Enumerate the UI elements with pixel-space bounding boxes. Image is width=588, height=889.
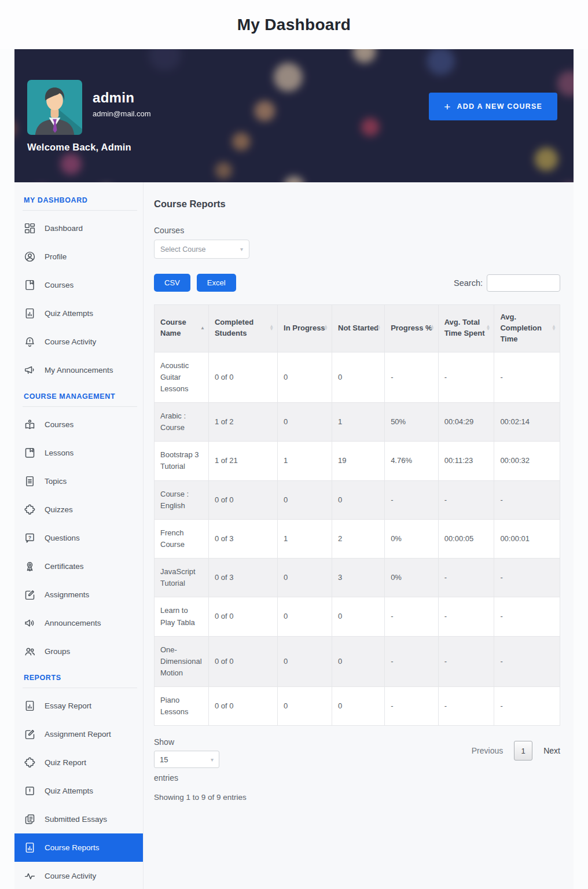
column-header-not-started[interactable]: Not Started▲▼ [332,305,385,352]
column-label: Not Started [338,324,378,332]
column-header-avg-total-time-spent[interactable]: Avg. Total Time Spent▲▼ [438,305,494,352]
column-header-completed-students[interactable]: Completed Students▲▼ [208,305,277,352]
table-row: Course : English0 of 000--- [155,480,560,519]
sidebar-item-submitted-essays[interactable]: Submitted Essays [14,805,143,833]
data-cell: 0 [332,636,385,686]
section-title: Course Reports [154,199,560,210]
data-cell: 1 [332,402,385,441]
user-email: admin@mail.com [93,109,151,118]
sidebar-item-course-activity[interactable]: Course Activity [14,328,143,356]
sidebar-item-label: Questions [45,534,80,542]
add-course-button[interactable]: + ADD A NEW COURSE [429,93,557,120]
table-row: Arabic : Course1 of 20150%00:04:2900:02:… [155,402,560,441]
data-cell: 00:04:29 [438,402,494,441]
csv-export-button[interactable]: CSV [154,274,190,292]
chevron-down-icon: ▾ [211,756,214,763]
column-header-in-progress[interactable]: In Progress▲▼ [278,305,332,352]
book-icon [24,279,36,291]
lesson-book-icon [24,447,36,459]
sidebar-item-essay-report[interactable]: Essay Report [14,692,143,720]
data-cell: 0 of 0 [208,636,277,686]
sidebar-item-assignment-report[interactable]: Assignment Report [14,720,143,748]
puzzle-icon [24,504,36,516]
sidebar-item-label: Course Activity [45,337,96,346]
entries-label: entries [154,773,247,783]
sidebar-item-dashboard[interactable]: Dashboard [14,214,143,243]
sidebar-item-courses[interactable]: Courses [14,410,143,439]
column-header-progress-[interactable]: Progress %▲▼ [385,305,439,352]
sidebar-divider [23,210,137,211]
data-cell: 0 of 3 [208,559,277,597]
search-input[interactable] [487,274,560,292]
sidebar-item-label: Quiz Attempts [45,787,93,795]
sidebar-item-certificates[interactable]: Certificates [14,552,143,581]
excel-export-button[interactable]: Excel [197,274,236,292]
male-avatar-icon [27,80,82,135]
data-cell: 0 [278,480,332,519]
sort-icon: ▲▼ [376,325,381,331]
speaker-icon [24,617,36,629]
sidebar-item-course-activity[interactable]: Course Activity [14,862,143,889]
data-cell: 0% [385,559,439,597]
sort-asc-icon: ▲ [200,327,205,330]
page-size-select[interactable]: 15 ▾ [154,751,219,768]
next-page-button[interactable]: Next [543,746,560,755]
alert-box-icon [24,785,36,797]
sidebar-item-announcements[interactable]: Announcements [14,609,143,637]
data-cell: - [438,352,494,402]
data-cell: 00:00:32 [494,442,560,480]
page-number-button[interactable]: 1 [514,741,532,761]
groups-icon [24,645,36,657]
data-cell: 0 of 0 [208,687,277,726]
data-cell: 0 [278,687,332,726]
search-label: Search: [454,278,483,288]
data-cell: - [438,636,494,686]
sidebar-item-courses[interactable]: Courses [14,271,143,299]
column-header-avg-completion-time[interactable]: Avg. Completion Time▲▼ [494,305,560,352]
sidebar-item-my-announcements[interactable]: My Announcements [14,356,143,384]
data-cell: 0 [332,352,385,402]
sidebar-item-profile[interactable]: Profile [14,243,143,271]
sidebar-item-quiz-attempts[interactable]: Quiz Attempts [14,777,143,805]
sidebar-item-label: Quiz Report [45,758,86,767]
table-row: Acoustic Guitar Lessons0 of 000--- [155,352,560,402]
sidebar-item-topics[interactable]: Topics [14,467,143,495]
column-label: Avg. Total Time Spent [444,318,485,337]
data-cell: 4.76% [385,442,439,480]
data-cell: 0 of 0 [208,597,277,636]
sidebar-item-groups[interactable]: Groups [14,637,143,666]
data-cell: - [438,597,494,636]
show-label: Show [154,737,247,747]
course-select[interactable]: Select Course ▾ [154,240,249,259]
data-cell: - [494,352,560,402]
page-header: My Dashboard [0,0,588,49]
stacked-docs-icon [24,813,36,825]
sidebar-item-quizzes[interactable]: Quizzes [14,495,143,524]
sidebar-item-label: Lessons [45,449,74,457]
data-cell: - [494,480,560,519]
sidebar-item-questions[interactable]: ?Questions [14,524,143,552]
sidebar-item-quiz-report[interactable]: Quiz Report [14,748,143,777]
welcome-text: Welcome Back, Admin [27,142,131,153]
data-cell: 0 [278,402,332,441]
data-cell: 0 [332,687,385,726]
previous-page-button[interactable]: Previous [472,746,503,755]
column-header-course-name[interactable]: Course Name▲ [155,305,209,352]
plus-icon: + [444,101,451,112]
sidebar-item-course-reports[interactable]: Course Reports [14,833,143,862]
table-row: Bootstrap 3 Tutorial1 of 211194.76%00:11… [155,442,560,480]
table-row: JavaScript Tutorial0 of 3030%-- [155,559,560,597]
sidebar-item-assignments[interactable]: Assignments [14,581,143,609]
table-row: Piano Lessons0 of 000--- [155,687,560,726]
data-cell: 19 [332,442,385,480]
sidebar-item-quiz-attempts[interactable]: Quiz Attempts [14,299,143,328]
data-cell: - [494,559,560,597]
data-cell: 0 [332,480,385,519]
data-cell: - [385,687,439,726]
data-cell: 0 [278,636,332,686]
user-name: admin [93,90,151,106]
sidebar-item-label: Quiz Attempts [45,309,93,318]
course-select-value: Select Course [160,245,206,254]
add-course-label: ADD A NEW COURSE [457,102,542,111]
sidebar-item-lessons[interactable]: Lessons [14,439,143,467]
